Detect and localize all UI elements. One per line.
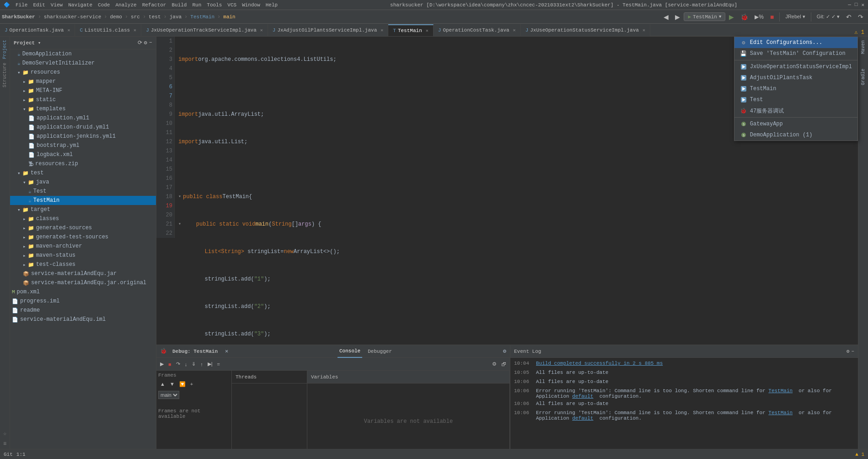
log-link-testmain[interactable]: TestMain — [768, 388, 793, 394]
tree-item-serviceiml[interactable]: 📄 service-materialAndEqu.iml — [10, 315, 156, 324]
tab-operationcosttask[interactable]: J OperationCostTask.java ✕ — [434, 24, 521, 36]
expand-6[interactable]: ▾ — [178, 192, 181, 201]
stop-debug-button[interactable]: ■ — [166, 359, 173, 369]
menu-run[interactable]: Run — [190, 2, 203, 8]
tab-console[interactable]: Console — [338, 345, 362, 358]
menu-analyze[interactable]: Analyze — [113, 2, 138, 8]
menu-navigate[interactable]: Navigate — [66, 2, 94, 8]
tree-item-test-class[interactable]: ☕ Test — [10, 187, 156, 196]
tree-item-pomxml[interactable]: M pom.xml — [10, 287, 156, 297]
collapse-icon[interactable]: – — [149, 39, 152, 46]
menu-window[interactable]: Window — [240, 2, 262, 8]
log-link-default2[interactable]: default — [572, 416, 593, 421]
step-into-button[interactable]: ↓ — [183, 359, 189, 369]
tree-item-readme[interactable]: 📄 readme — [10, 306, 156, 315]
tree-item-progressiml[interactable]: 📄 progress.iml — [10, 297, 156, 306]
evaluate-button[interactable]: = — [215, 359, 222, 369]
debug-settings-icon[interactable]: ⚙ — [503, 348, 506, 355]
menu-file[interactable]: File — [14, 2, 29, 8]
menu-tools[interactable]: Tools — [205, 2, 224, 8]
vcs-changes-icon[interactable]: ≡ — [3, 439, 6, 448]
tree-item-target[interactable]: ▾ 📁 target — [10, 205, 156, 214]
force-step-into-button[interactable]: ⇓ — [190, 359, 198, 369]
menu-adjustoilplants[interactable]: AdjustOilPlantsTask — [734, 72, 857, 83]
tree-item-classes[interactable]: ▸ 📁 classes — [10, 214, 156, 223]
sync-icon[interactable]: ⟳ — [138, 39, 142, 46]
tab-jxadjustoilplants[interactable]: J JxAdjustOilPlantsServiceImpl.java ✕ — [268, 24, 388, 36]
menu-vcs[interactable]: VCS — [225, 2, 238, 8]
tab-close[interactable]: ✕ — [643, 27, 645, 33]
maven-icon[interactable]: Maven — [861, 38, 866, 56]
expand-7[interactable]: ▾ — [178, 220, 181, 229]
vcs-button[interactable]: Git: ✓ ✓ ▾ — [814, 11, 842, 22]
tree-item-resourceszip[interactable]: 🗜 resources.zip — [10, 159, 156, 168]
menu-gatewayapp[interactable]: S GatewayApp — [734, 119, 857, 130]
redo-button[interactable]: ↷ — [855, 11, 866, 22]
debug-button[interactable]: 🐞 — [738, 11, 751, 22]
tree-item-applicationdruid[interactable]: 📄 application-druid.yml1 — [10, 123, 156, 132]
tree-item-test[interactable]: ▾ 📁 test — [10, 168, 156, 178]
menu-view[interactable]: View — [49, 2, 64, 8]
tree-item-resources[interactable]: ▾ 📁 resources — [10, 68, 156, 77]
tab-close[interactable]: ✕ — [380, 27, 383, 33]
menu-build[interactable]: Build — [170, 2, 188, 8]
toolbar-back-button[interactable]: ◀ — [661, 11, 671, 22]
tree-item-templates[interactable]: ▾ 📁 templates — [10, 104, 156, 113]
tree-item-generated-sources[interactable]: ▸ 📁 generated-sources — [10, 223, 156, 232]
more-actions-button[interactable]: ⚙ — [490, 359, 498, 369]
gradle-icon[interactable]: Gradle — [861, 67, 866, 87]
jrebel-button[interactable]: JRebel ▾ — [782, 11, 808, 22]
log-link-testmain2[interactable]: TestMain — [768, 410, 793, 416]
gear-icon[interactable]: ⚙ — [144, 39, 147, 46]
menu-testmain[interactable]: TestMain — [734, 83, 857, 94]
menu-save-testmain[interactable]: 💾 Save 'TestMain' Configuration — [734, 48, 857, 59]
tree-item-testmain[interactable]: ☕ TestMain — [10, 196, 156, 205]
tree-item-jar-original[interactable]: 📦 service-materialAndEqu.jar.original — [10, 278, 156, 287]
tree-item-demoservletinitializer[interactable]: ☕ DemoServletInitializer — [10, 59, 156, 68]
frames-down-button[interactable]: ▼ — [168, 379, 177, 389]
undo-button[interactable]: ↶ — [843, 11, 854, 22]
tree-item-maven-status[interactable]: ▸ 📁 maven-status — [10, 251, 156, 260]
event-log-close-icon[interactable]: – — [851, 348, 854, 354]
tree-item-test-classes[interactable]: ▸ 📁 test-classes — [10, 260, 156, 269]
project-icon[interactable]: Project — [2, 38, 7, 60]
minimize-button[interactable]: — — [848, 2, 851, 8]
tree-item-maven-archiver[interactable]: ▸ 📁 maven-archiver — [10, 242, 156, 251]
menu-edit[interactable]: Edit — [31, 2, 47, 8]
git-status[interactable]: Git — [4, 452, 13, 457]
close-button[interactable]: ✕ — [861, 2, 864, 8]
menu-test[interactable]: Test — [734, 94, 857, 105]
debug-close-icon[interactable]: ✕ — [225, 348, 228, 355]
frames-filter-button[interactable]: 🔽 — [177, 379, 188, 389]
run-with-coverage-button[interactable]: ▶% — [752, 11, 766, 22]
run-button[interactable]: ▶ — [726, 11, 737, 22]
tab-close[interactable]: ✕ — [67, 27, 70, 33]
tab-testmain[interactable]: T TestMain ✕ — [388, 24, 433, 36]
tree-item-applicationyml1[interactable]: 📄 application.yml1 — [10, 113, 156, 123]
frames-add-button[interactable]: + — [188, 379, 195, 389]
restore-layout-button[interactable]: 🗗 — [499, 359, 508, 369]
tree-item-metainf[interactable]: ▸ 📁 META-INF — [10, 86, 156, 95]
run-config-dropdown-icon[interactable]: ▼ — [719, 15, 721, 19]
tab-operationtask[interactable]: J OperationTask.java ✕ — [0, 24, 75, 36]
maximize-button[interactable]: □ — [855, 2, 858, 8]
log-link[interactable]: Build completed successfully in 2 s 885 … — [536, 361, 663, 366]
menu-help[interactable]: Help — [264, 2, 279, 8]
tab-close[interactable]: ✕ — [260, 27, 263, 33]
tree-item-logbackxml[interactable]: 📄 logback.xml — [10, 150, 156, 159]
menu-demoapplication[interactable]: S DemoApplication (1) — [734, 130, 857, 140]
tab-jxuseoperationtrack[interactable]: J JxUseOperationTrackServiceImpl.java ✕ — [141, 24, 268, 36]
tree-item-mapper[interactable]: ▸ 📁 mapper — [10, 77, 156, 86]
stop-button[interactable]: ■ — [767, 11, 777, 22]
tree-item-applicationjenkins[interactable]: 📄 application-jenkins.yml1 — [10, 132, 156, 141]
structure-icon[interactable]: Structure — [2, 61, 7, 89]
event-log-settings-icon[interactable]: ⚙ — [847, 348, 850, 354]
tab-close[interactable]: ✕ — [426, 28, 429, 33]
menu-code[interactable]: Code — [96, 2, 112, 8]
step-over-button[interactable]: ↷ — [174, 359, 182, 369]
log-link-default[interactable]: default — [572, 394, 593, 399]
tree-item-jar[interactable]: 📦 service-materialAndEqu.jar — [10, 269, 156, 278]
tree-item-demoapplication[interactable]: ☕ DemoApplication — [10, 49, 156, 59]
tab-jxuseoperationstatus[interactable]: J JxUseOperationStatusServiceImpl.java ✕ — [521, 24, 650, 36]
menu-refactor[interactable]: Refactor — [140, 2, 168, 8]
